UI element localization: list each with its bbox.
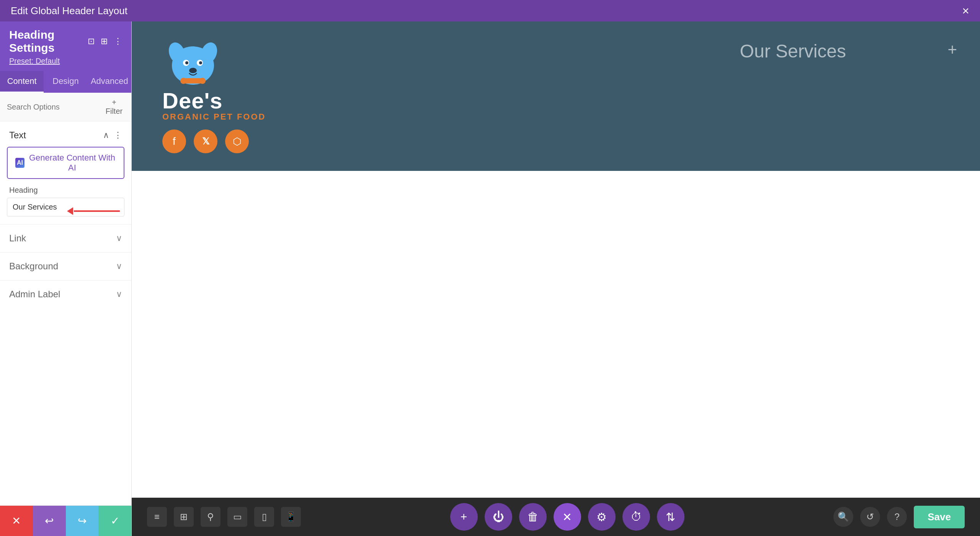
toolbar-power-button[interactable]: ⏻ (485, 503, 512, 531)
top-bar-title: Edit Global Header Layout (11, 5, 127, 17)
sidebar-content: Text ∧ ⋮ AI Generate Content With AI Hea… (0, 121, 131, 505)
sidebar-search: + Filter (0, 93, 131, 121)
canvas: Dee's ORGANIC PET FOOD f 𝕏 ⬡ Our Service… (132, 21, 980, 536)
background-chevron-icon[interactable]: ∨ (116, 261, 122, 271)
admin-label-chevron-icon[interactable]: ∨ (116, 289, 122, 299)
tab-advanced[interactable]: Advanced (88, 71, 131, 93)
svg-point-7 (189, 68, 197, 73)
more-options-icon[interactable]: ⋮ (114, 36, 122, 46)
text-section-header: Text ∧ ⋮ (0, 121, 131, 147)
sidebar-bottom-actions: ✕ ↩ ↪ ✓ (0, 505, 131, 536)
text-section-title: Text (9, 130, 26, 141)
x-twitter-icon[interactable]: 𝕏 (194, 129, 217, 153)
heading-input-wrapper (0, 198, 131, 224)
svg-point-6 (199, 61, 202, 64)
logo-subtitle: ORGANIC PET FOOD (162, 112, 266, 122)
sidebar-heading-icons: ⊡ ⊞ ⋮ (88, 36, 122, 46)
toolbar-right: 🔍 ↺ ? Save (833, 506, 965, 528)
sidebar-heading-title: Heading Settings (9, 28, 88, 54)
redo-button[interactable]: ↪ (66, 506, 99, 536)
toolbar-menu-icon[interactable]: ≡ (147, 507, 167, 527)
instagram-icon[interactable]: ⬡ (225, 129, 249, 153)
ai-button-label: Generate Content With AI (28, 153, 116, 173)
main-layout: Heading Settings ⊡ ⊞ ⋮ Preset: Default C… (0, 21, 980, 536)
toolbar-grid-icon[interactable]: ⊞ (174, 507, 194, 527)
toolbar-center: + ⏻ 🗑 ✕ ⚙ ⏱ ⇅ (450, 503, 684, 531)
link-chevron-icon[interactable]: ∨ (116, 233, 122, 243)
text-section: Text ∧ ⋮ AI Generate Content With AI Hea… (0, 121, 131, 224)
toolbar-help-icon[interactable]: ? (887, 507, 907, 527)
background-section-title: Background (9, 261, 58, 272)
toolbar-zoom-icon[interactable]: 🔍 (833, 507, 853, 527)
toolbar-close-button[interactable]: ✕ (554, 503, 581, 531)
close-icon[interactable]: × (962, 5, 969, 17)
link-section: Link ∨ (0, 224, 131, 252)
toolbar-mobile-icon[interactable]: 📱 (281, 507, 301, 527)
svg-point-9 (180, 78, 186, 84)
annotation-arrow (67, 207, 120, 215)
text-chevron-icon[interactable]: ∧ (103, 130, 109, 140)
preview-header: Dee's ORGANIC PET FOOD f 𝕏 ⬡ Our Service… (132, 21, 980, 171)
toolbar-settings-button[interactable]: ⚙ (588, 503, 616, 531)
undo-button[interactable]: ↩ (33, 506, 66, 536)
link-section-header[interactable]: Link ∨ (0, 225, 131, 252)
search-input[interactable] (7, 103, 104, 111)
preview-heading-text: Our Services (740, 41, 846, 62)
desktop-icon[interactable]: ⊡ (88, 36, 95, 46)
toolbar-sort-button[interactable]: ⇅ (657, 503, 684, 531)
admin-label-section-header[interactable]: Admin Label ∨ (0, 280, 131, 308)
social-icons: f 𝕏 ⬡ (162, 129, 249, 153)
confirm-button[interactable]: ✓ (98, 506, 131, 536)
preset-label[interactable]: Preset: Default (9, 57, 60, 65)
toolbar-history-button[interactable]: ⏱ (622, 503, 650, 531)
logo-area: Dee's ORGANIC PET FOOD f 𝕏 ⬡ (162, 37, 266, 153)
toolbar-add-button[interactable]: + (450, 503, 478, 531)
toolbar-search-icon[interactable]: ⚲ (201, 507, 220, 527)
toolbar-left: ≡ ⊞ ⚲ ▭ ▯ 📱 (147, 507, 301, 527)
top-bar: Edit Global Header Layout × (0, 0, 980, 21)
toolbar-tablet-icon[interactable]: ▯ (254, 507, 274, 527)
sidebar-tabs: Content Design Advanced (0, 71, 131, 93)
generate-ai-button[interactable]: AI Generate Content With AI (7, 147, 124, 179)
sidebar-heading-row: Heading Settings ⊡ ⊞ ⋮ (9, 28, 122, 54)
delete-button[interactable]: ✕ (0, 506, 33, 536)
logo-name: Dee's (162, 90, 266, 112)
arrow-line (74, 210, 120, 212)
text-more-icon[interactable]: ⋮ (114, 130, 122, 140)
admin-label-section: Admin Label ∨ (0, 280, 131, 308)
filter-button[interactable]: + Filter (104, 98, 124, 116)
sidebar-header: Heading Settings ⊡ ⊞ ⋮ Preset: Default (0, 21, 131, 71)
arrow-head (67, 207, 73, 215)
ai-icon: AI (15, 158, 24, 168)
logo-text: Dee's ORGANIC PET FOOD (162, 90, 266, 122)
sidebar: Heading Settings ⊡ ⊞ ⋮ Preset: Default C… (0, 21, 132, 536)
dog-logo-icon (162, 37, 224, 87)
facebook-icon[interactable]: f (162, 129, 186, 153)
background-section-header[interactable]: Background ∨ (0, 252, 131, 280)
tab-design[interactable]: Design (44, 71, 87, 93)
admin-label-section-title: Admin Label (9, 289, 60, 300)
preview-body (132, 171, 980, 498)
sidebar-preset: Preset: Default (9, 57, 122, 66)
save-button[interactable]: Save (914, 506, 965, 528)
svg-point-10 (199, 78, 206, 84)
svg-point-5 (185, 61, 188, 64)
background-section: Background ∨ (0, 252, 131, 280)
grid-icon[interactable]: ⊞ (101, 36, 108, 46)
tab-content[interactable]: Content (0, 71, 44, 93)
text-section-controls: ∧ ⋮ (103, 130, 122, 140)
toolbar-trash-button[interactable]: 🗑 (519, 503, 547, 531)
heading-label: Heading (0, 186, 131, 198)
toolbar-refresh-icon[interactable]: ↺ (860, 507, 880, 527)
link-section-title: Link (9, 233, 26, 244)
bottom-toolbar: ≡ ⊞ ⚲ ▭ ▯ 📱 + ⏻ 🗑 ✕ ⚙ ⏱ ⇅ 🔍 ↺ ? (132, 498, 980, 536)
preview-add-button[interactable]: + (947, 41, 957, 59)
toolbar-desktop-icon[interactable]: ▭ (227, 507, 247, 527)
